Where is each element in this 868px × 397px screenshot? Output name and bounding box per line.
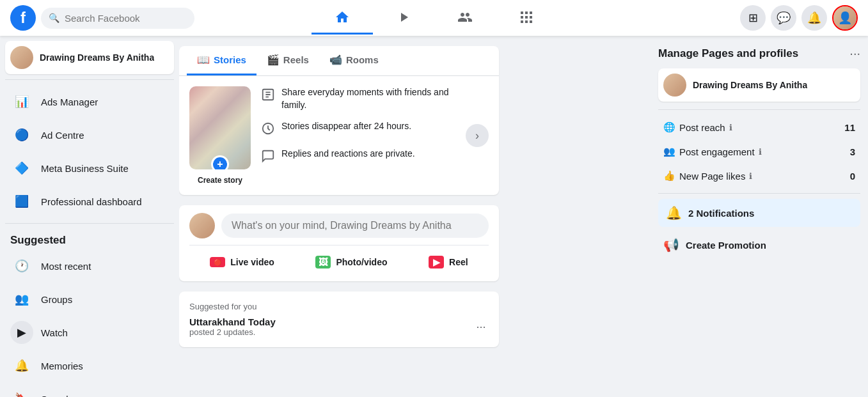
profile-avatar-btn[interactable]: 👤 — [832, 5, 858, 31]
nav-tab-groups[interactable] — [434, 1, 496, 35]
engagement-info: ℹ — [759, 147, 762, 157]
sidebar-label-most-recent: Most recent — [41, 261, 91, 272]
right-section-title: Manage Pages and profiles — [658, 47, 798, 60]
post-box-top — [189, 213, 489, 238]
story-arrow-btn[interactable]: › — [466, 124, 489, 147]
sidebar-item-meta-business[interactable]: 🔷 Meta Business Suite — [5, 152, 174, 185]
story-content: + Create story Share everyday moments wi… — [179, 76, 499, 195]
live-video-label: Live video — [230, 257, 274, 267]
sidebar-item-saved[interactable]: 🔖 Saved — [5, 382, 174, 397]
suggested-post-title: Uttarakhand Today — [189, 316, 276, 327]
story-text-3: Replies and reactions are private. — [281, 148, 415, 160]
story-card: 📖 Stories 🎬 Reels 📹 Rooms + — [179, 46, 499, 195]
story-icon-2 — [261, 121, 275, 139]
nav-tab-watch[interactable] — [373, 1, 434, 35]
page-profile-row[interactable]: Drawing Dreams By Anitha — [658, 68, 860, 102]
reel-action[interactable]: ▶ Reel — [421, 251, 476, 274]
reels-tab-label: Reels — [283, 54, 309, 65]
photo-video-label: Photo/video — [336, 257, 387, 267]
sidebar-avatar — [10, 46, 33, 69]
stats-label-post-reach: 🌐 Post reach ℹ — [663, 121, 732, 133]
sidebar-label-ad-centre: Ad Centre — [41, 130, 84, 141]
left-sidebar: Drawing Dreams By Anitha 📊 Ads Manager 🔵… — [0, 36, 179, 397]
stats-row-post-engagement[interactable]: 👥 Post engagement ℹ 3 — [658, 139, 860, 164]
professional-dashboard-icon: 🟦 — [10, 190, 33, 213]
story-info: Share everyday moments with friends and … — [261, 86, 455, 166]
sidebar-item-watch[interactable]: ▶ Watch — [5, 316, 174, 349]
search-bar[interactable]: 🔍 — [41, 8, 194, 29]
tab-rooms[interactable]: 📹 Rooms — [319, 46, 389, 75]
reels-tab-icon: 🎬 — [267, 54, 280, 66]
facebook-logo[interactable]: f — [10, 5, 36, 31]
suggested-more-btn[interactable]: ··· — [473, 319, 489, 334]
sidebar-label-groups: Groups — [41, 294, 72, 305]
suggested-post-subtitle: posted 2 updates. — [189, 327, 276, 337]
sidebar-profile-name: Drawing Dreams By Anitha — [40, 52, 154, 63]
stats-row-new-page-likes[interactable]: 👍 New Page likes ℹ 0 — [658, 164, 860, 188]
post-box-divider — [189, 245, 489, 245]
post-box: 🔴 Live video 🖼 Photo/video ▶ Reel — [179, 205, 499, 281]
stats-label-post-engagement: 👥 Post engagement ℹ — [663, 146, 762, 157]
tab-stories[interactable]: 📖 Stories — [187, 46, 256, 75]
right-divider-1 — [658, 109, 860, 110]
suggested-label: Suggested for you — [189, 302, 489, 311]
notification-icon: 🔔 — [666, 205, 682, 221]
grid-icon-btn[interactable]: ⊞ — [740, 5, 766, 31]
topnav: f 🔍 ⊞ 💬 🔔 👤 — [0, 0, 868, 36]
likes-info: ℹ — [749, 171, 752, 181]
ad-centre-icon: 🔵 — [10, 123, 33, 146]
watch-icon: ▶ — [10, 321, 33, 344]
sidebar-item-professional-dashboard[interactable]: 🟦 Professional dashboard — [5, 185, 174, 218]
sidebar-label-ads-manager: Ads Manager — [41, 97, 98, 107]
reel-icon: ▶ — [429, 256, 444, 269]
messenger-icon-btn[interactable]: 💬 — [771, 5, 796, 31]
bell-icon-btn[interactable]: 🔔 — [801, 5, 827, 31]
right-more-btn[interactable]: ··· — [849, 46, 860, 61]
search-icon: 🔍 — [49, 13, 59, 23]
nav-tab-home[interactable] — [312, 1, 373, 35]
live-video-action[interactable]: 🔴 Live video — [202, 251, 281, 274]
sidebar-label-saved: Saved — [41, 394, 68, 398]
create-story-label: Create story — [198, 176, 242, 185]
stats-row-post-reach[interactable]: 🌐 Post reach ℹ 11 — [658, 115, 860, 139]
create-story-plus-icon[interactable]: + — [211, 155, 229, 169]
post-actions: 🔴 Live video 🖼 Photo/video ▶ Reel — [189, 251, 489, 274]
notifications-row[interactable]: 🔔 2 Notifications — [658, 199, 860, 227]
suggested-title: Suggested — [5, 229, 174, 249]
sidebar-item-most-recent[interactable]: 🕐 Most recent — [5, 249, 174, 283]
topnav-center — [220, 1, 648, 35]
ads-manager-icon: 📊 — [10, 90, 33, 113]
suggested-post-info: Uttarakhand Today posted 2 updates. — [189, 316, 276, 337]
story-icon-3 — [261, 149, 275, 166]
tab-reels[interactable]: 🎬 Reels — [256, 46, 319, 75]
most-recent-icon: 🕐 — [10, 254, 33, 277]
nav-tab-marketplace[interactable] — [496, 1, 557, 35]
rooms-tab-label: Rooms — [346, 54, 379, 65]
story-info-item-3: Replies and reactions are private. — [261, 148, 455, 166]
photo-video-icon: 🖼 — [315, 256, 331, 269]
sidebar-item-memories[interactable]: 🔔 Memories — [5, 349, 174, 382]
story-info-item-1: Share everyday moments with friends and … — [261, 86, 455, 111]
post-box-card: 🔴 Live video 🖼 Photo/video ▶ Reel — [179, 205, 499, 281]
photo-video-action[interactable]: 🖼 Photo/video — [308, 251, 395, 274]
sidebar-item-ad-centre[interactable]: 🔵 Ad Centre — [5, 118, 174, 152]
sidebar-label-memories: Memories — [41, 361, 83, 371]
story-info-item-2: Stories disappear after 24 hours. — [261, 120, 455, 139]
sidebar-profile[interactable]: Drawing Dreams By Anitha — [5, 41, 174, 74]
notification-label: 2 Notifications — [688, 208, 754, 219]
sidebar-divider-1 — [5, 79, 174, 80]
groups-icon: 👥 — [10, 288, 33, 311]
memories-icon: 🔔 — [10, 354, 33, 377]
sidebar-item-groups[interactable]: 👥 Groups — [5, 283, 174, 316]
create-promotion-row[interactable]: 📢 Create Promotion — [658, 231, 860, 259]
main-layout: Drawing Dreams By Anitha 📊 Ads Manager 🔵… — [0, 0, 868, 397]
sidebar-divider-2 — [5, 223, 174, 224]
story-thumbnail[interactable]: + — [189, 86, 251, 169]
page-name: Drawing Dreams By Anitha — [693, 80, 807, 90]
post-input[interactable] — [221, 214, 489, 238]
globe-icon: 🌐 — [663, 121, 675, 133]
sidebar-label-professional-dashboard: Professional dashboard — [41, 196, 142, 207]
search-input[interactable] — [65, 13, 187, 24]
stories-tab-icon: 📖 — [197, 54, 210, 66]
sidebar-item-ads-manager[interactable]: 📊 Ads Manager — [5, 85, 174, 118]
